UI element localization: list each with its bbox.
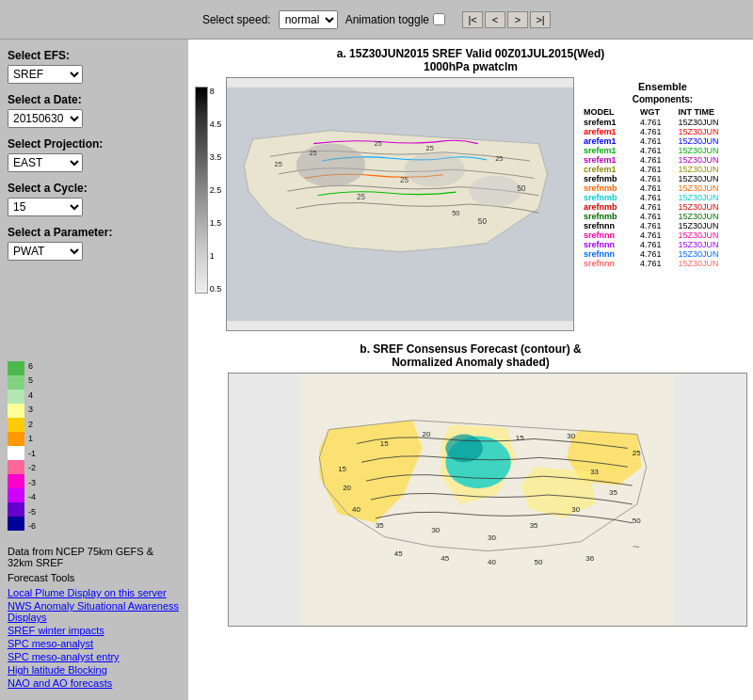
cycle-select[interactable]: 15 00 03 06 09 12 18 21 — [8, 198, 83, 216]
animation-checkbox[interactable] — [433, 13, 445, 25]
ensemble-row: srefnnn 4.761 15Z30JUN — [582, 240, 744, 249]
ensemble-model-cell: arefnmb — [582, 202, 638, 212]
ensemble-wgt-cell: 4.761 — [638, 165, 676, 174]
scale-8: 8 — [210, 87, 222, 96]
ensemble-wgt-cell: 4.761 — [638, 212, 676, 221]
scale-4_5: 4.5 — [210, 119, 222, 129]
link-sref-winter[interactable]: SREF winter impacts — [8, 625, 181, 636]
ensemble-wgt-cell: 4.761 — [638, 174, 676, 183]
svg-text:25: 25 — [495, 154, 503, 163]
colorbar-label-n3: -3 — [28, 478, 36, 487]
scale-bar-visual — [195, 87, 208, 294]
ensemble-wgt-cell: 4.761 — [638, 240, 676, 249]
link-spc-meso[interactable]: SPC meso-analyst — [8, 638, 181, 649]
ensemble-time-cell: 15Z30JUN — [676, 221, 744, 231]
svg-point-4 — [405, 152, 465, 187]
date-select[interactable]: 20150630 — [8, 109, 83, 128]
ensemble-row: srefem1 4.761 15Z30JUN — [582, 146, 744, 155]
ensemble-panel: Ensemble Components: MODEL WGT INT TIME … — [578, 77, 747, 272]
link-spc-meso-entry[interactable]: SPC meso-analyst entry — [8, 651, 181, 662]
ensemble-wgt-cell: 4.761 — [638, 136, 676, 146]
ensemble-wgt-cell: 4.761 — [638, 202, 676, 212]
svg-text:15: 15 — [338, 465, 346, 473]
svg-text:50: 50 — [452, 209, 459, 217]
colorbar-label-1: 1 — [28, 434, 36, 443]
ensemble-model-cell: crefem1 — [582, 165, 638, 174]
ensemble-time-cell: 15Z30JUN — [676, 183, 744, 193]
ensemble-model-cell: srefnnn — [582, 221, 638, 231]
col-model: MODEL — [582, 106, 638, 118]
scale-1_5: 1.5 — [210, 218, 222, 228]
efs-section: Select EFS: SREF GEFS — [8, 49, 181, 84]
param-select[interactable]: PWAT T2M — [8, 242, 83, 261]
ensemble-row: srefnnn 4.761 15Z30JUN — [582, 259, 744, 268]
ensemble-time-cell: 15Z30JUN — [676, 118, 744, 127]
svg-text:25: 25 — [275, 160, 282, 168]
ensemble-model-cell: srefnmb — [582, 174, 638, 183]
speed-select[interactable]: normal slow fast — [279, 10, 338, 29]
ensemble-row: arefem1 4.761 15Z30JUN — [582, 136, 744, 146]
map1-svg: 25 25 25 25 25 50 50 50 25 25 — [227, 78, 573, 330]
map1-title-line2: 1000hPa pwatclm — [424, 60, 518, 73]
ensemble-time-cell: 15Z30JUN — [676, 240, 744, 249]
ensemble-row: srefnnn 4.761 15Z30JUN — [582, 249, 744, 259]
svg-text:20: 20 — [343, 484, 351, 492]
toolbar: Select speed: normal slow fast Animation… — [0, 0, 753, 40]
scale-3_5: 3.5 — [210, 152, 222, 162]
colorbar-visual — [8, 361, 24, 531]
nav-prev-button[interactable]: < — [485, 11, 505, 28]
svg-text:45: 45 — [441, 554, 449, 563]
nav-next-button[interactable]: > — [507, 11, 528, 28]
ensemble-time-cell: 15Z30JUN — [676, 174, 744, 183]
ensemble-model-cell: srefnmb — [582, 183, 638, 193]
anim-label: Animation toggle — [345, 13, 429, 26]
ensemble-model-cell: srefem1 — [582, 118, 638, 127]
link-nws-anomaly[interactable]: NWS Anomaly Situational Awareness Displa… — [8, 600, 181, 623]
projection-label: Select Projection: — [8, 137, 103, 151]
ensemble-time-cell: 15Z30JUN — [676, 249, 744, 259]
svg-text:15: 15 — [516, 434, 524, 442]
date-section: Select a Date: 20150630 — [8, 93, 181, 128]
link-high-latitude[interactable]: High latitude Blocking — [8, 664, 181, 676]
colorbar-label-n1: -1 — [28, 449, 36, 458]
efs-label: Select EFS: — [8, 49, 70, 62]
ensemble-model-cell: srefnmb — [582, 212, 638, 221]
ensemble-time-cell: 15Z30JUN — [676, 202, 744, 212]
main-layout: Select EFS: SREF GEFS Select a Date: 201… — [0, 40, 753, 700]
ensemble-model-cell: srefnmb — [582, 193, 638, 202]
animation-toggle-area: Animation toggle — [345, 13, 445, 26]
ensemble-row: srefem1 4.761 15Z30JUN — [582, 118, 744, 127]
svg-text:45: 45 — [394, 549, 403, 558]
ensemble-header-row: MODEL WGT INT TIME — [582, 106, 744, 118]
link-nao-ao[interactable]: NAO and AO forecasts — [8, 677, 181, 689]
svg-text:15: 15 — [380, 439, 389, 448]
efs-select[interactable]: SREF GEFS — [8, 65, 83, 84]
projection-select[interactable]: EAST WEST CONUS — [8, 153, 83, 172]
svg-text:35: 35 — [609, 488, 617, 497]
sidebar: Select EFS: SREF GEFS Select a Date: 201… — [0, 40, 188, 700]
map2-title-line1: b. SREF Consensus Forecast (contour) & — [360, 342, 581, 356]
ensemble-row: srefnmb 4.761 15Z30JUN — [582, 193, 744, 202]
scale-1: 1 — [210, 251, 222, 261]
link-local-plume[interactable]: Local Plume Display on this server — [8, 587, 181, 598]
ensemble-subtitle: Components: — [582, 94, 744, 104]
scale-bar-map1: 8 4.5 3.5 2.5 1.5 1 0.5 — [194, 77, 222, 294]
colorbar-label-n4: -4 — [28, 492, 36, 501]
svg-text:36: 36 — [585, 554, 594, 563]
map1-wrapper: 8 4.5 3.5 2.5 1.5 1 0.5 — [194, 77, 747, 331]
colorbar-label-4: 4 — [28, 390, 36, 400]
svg-point-5 — [470, 176, 521, 207]
ensemble-model-cell: srefem1 — [582, 155, 638, 165]
svg-text:50: 50 — [535, 558, 543, 566]
ensemble-time-cell: 15Z30JUN — [676, 155, 744, 165]
param-label: Select a Parameter: — [8, 226, 112, 239]
nav-last-button[interactable]: >| — [530, 11, 551, 28]
svg-text:35: 35 — [376, 521, 384, 530]
colorbar-label-2: 2 — [28, 420, 36, 429]
ensemble-time-cell: 15Z30JUN — [676, 212, 744, 221]
ensemble-time-cell: 15Z30JUN — [676, 231, 744, 240]
ensemble-wgt-cell: 4.761 — [638, 155, 676, 165]
svg-text:50: 50 — [633, 517, 641, 525]
nav-first-button[interactable]: |< — [462, 11, 483, 28]
sidebar-bottom: 6 5 4 3 2 1 -1 -2 -3 -4 -5 -6 Data from … — [8, 270, 181, 691]
